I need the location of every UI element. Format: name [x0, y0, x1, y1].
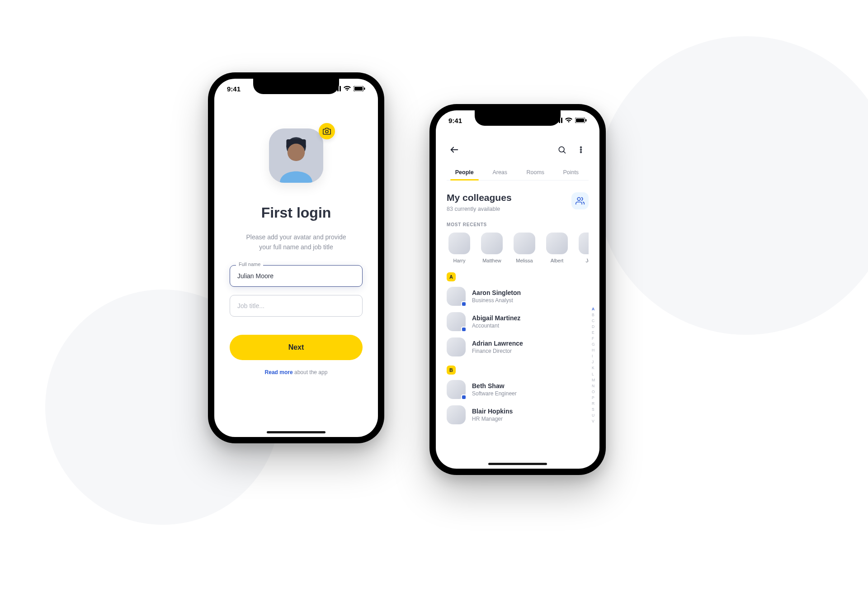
- list-item[interactable]: Blair HopkinsHR Manager: [447, 405, 589, 424]
- az-letter[interactable]: A: [592, 307, 595, 312]
- az-letter[interactable]: K: [592, 366, 595, 370]
- list-item[interactable]: Adrian LawrenceFinance Director: [447, 337, 589, 356]
- login-title: First login: [261, 204, 331, 221]
- job-title-input[interactable]: [230, 295, 363, 317]
- az-letter[interactable]: I: [592, 354, 595, 359]
- full-name-label: Full name: [236, 261, 263, 267]
- top-bar: [447, 142, 589, 157]
- recent-item[interactable]: Jes: [577, 233, 589, 263]
- status-time: 9:41: [227, 85, 241, 93]
- avatar: [447, 337, 466, 356]
- online-dot: [461, 301, 467, 307]
- filter-button[interactable]: [573, 142, 589, 157]
- avatar: [481, 233, 503, 254]
- people-icon: [576, 196, 585, 205]
- read-more-row: Read more about the app: [265, 369, 328, 375]
- recents-label: MOST RECENTS: [447, 222, 589, 227]
- az-index[interactable]: ABCDEFGHIJKLMNOPRSUV: [592, 307, 595, 424]
- phone-colleagues: 9:41: [429, 104, 606, 475]
- az-letter[interactable]: G: [592, 342, 595, 347]
- person-name: Blair Hopkins: [472, 408, 513, 415]
- section-head: My colleagues 83 currently available: [447, 192, 589, 212]
- az-letter[interactable]: E: [592, 330, 595, 335]
- avatar: [447, 380, 466, 399]
- search-button[interactable]: [554, 142, 570, 157]
- list-item[interactable]: Aaron SingletonBusiness Analyst: [447, 287, 589, 306]
- az-letter[interactable]: B: [592, 313, 595, 318]
- svg-point-25: [577, 198, 580, 201]
- person-role: Accountant: [472, 323, 520, 329]
- avatar: [579, 233, 589, 254]
- list-item[interactable]: Abigail MartinezAccountant: [447, 312, 589, 331]
- battery-icon: [575, 118, 587, 123]
- az-letter[interactable]: U: [592, 413, 595, 418]
- az-letter[interactable]: S: [592, 407, 595, 412]
- az-letter[interactable]: L: [592, 372, 595, 377]
- list-item[interactable]: Beth ShawSoftware Engineer: [447, 380, 589, 399]
- az-letter[interactable]: O: [592, 390, 595, 394]
- bg-circle: [597, 36, 868, 335]
- az-letter[interactable]: M: [592, 378, 595, 383]
- home-indicator: [488, 463, 547, 465]
- az-letter[interactable]: F: [592, 336, 595, 341]
- recent-name: Harry: [453, 258, 466, 263]
- recent-item[interactable]: Matthew: [479, 233, 505, 263]
- svg-rect-18: [585, 119, 587, 122]
- tabs: People Areas Rooms Points: [447, 165, 589, 180]
- next-button[interactable]: Next: [230, 335, 363, 360]
- login-subtitle: Please add your avatar and provide your …: [246, 232, 346, 252]
- battery-icon: [354, 86, 365, 91]
- recents-row: Harry Matthew Melissa Albert Jes: [447, 233, 589, 263]
- section-letter: B: [447, 366, 456, 375]
- svg-rect-3: [340, 86, 341, 91]
- recent-item[interactable]: Albert: [544, 233, 570, 263]
- person-role: Finance Director: [472, 348, 523, 354]
- az-letter[interactable]: D: [592, 324, 595, 329]
- full-name-input[interactable]: [230, 265, 363, 287]
- job-title-field-wrap: [230, 295, 363, 317]
- recent-name: Matthew: [482, 258, 501, 263]
- person-role: Software Engineer: [472, 390, 517, 397]
- avatar-placeholder-icon: [269, 128, 323, 183]
- az-letter[interactable]: H: [592, 348, 595, 353]
- person-name: Adrian Lawrence: [472, 340, 523, 347]
- camera-button[interactable]: [319, 123, 335, 139]
- tab-rooms[interactable]: Rooms: [518, 165, 553, 180]
- svg-point-22: [580, 147, 582, 148]
- arrow-left-icon: [449, 145, 459, 155]
- recent-item[interactable]: Harry: [447, 233, 472, 263]
- section-subtitle: 83 currently available: [447, 206, 512, 212]
- wifi-icon: [344, 86, 351, 91]
- svg-rect-5: [354, 87, 363, 90]
- phone-login: 9:41: [208, 72, 384, 443]
- person-name: Aaron Singleton: [472, 289, 521, 296]
- section-letter: A: [447, 272, 456, 281]
- svg-line-21: [563, 151, 565, 153]
- az-letter[interactable]: J: [592, 360, 595, 365]
- person-role: Business Analyst: [472, 297, 521, 304]
- back-button[interactable]: [447, 142, 462, 157]
- az-letter[interactable]: R: [592, 401, 595, 406]
- group-button[interactable]: [571, 192, 589, 209]
- read-more-link[interactable]: Read more: [265, 369, 293, 375]
- recent-name: Jes: [585, 258, 589, 263]
- az-letter[interactable]: C: [592, 318, 595, 323]
- az-letter[interactable]: P: [592, 395, 595, 400]
- person-name: Beth Shaw: [472, 382, 517, 390]
- recent-item[interactable]: Melissa: [512, 233, 537, 263]
- tab-points[interactable]: Points: [553, 165, 589, 180]
- az-letter[interactable]: N: [592, 384, 595, 389]
- read-more-rest: about the app: [293, 369, 328, 375]
- home-indicator: [267, 431, 326, 433]
- tab-people[interactable]: People: [447, 165, 482, 180]
- camera-icon: [323, 127, 331, 135]
- svg-point-10: [288, 144, 305, 161]
- tab-areas[interactable]: Areas: [482, 165, 518, 180]
- svg-point-23: [580, 149, 582, 151]
- svg-point-11: [326, 130, 328, 133]
- svg-rect-15: [561, 118, 562, 123]
- az-letter[interactable]: V: [592, 419, 595, 424]
- avatar[interactable]: [269, 128, 323, 183]
- person-name: Abigail Martinez: [472, 314, 520, 322]
- list-b: Beth ShawSoftware Engineer Blair Hopkins…: [447, 380, 589, 424]
